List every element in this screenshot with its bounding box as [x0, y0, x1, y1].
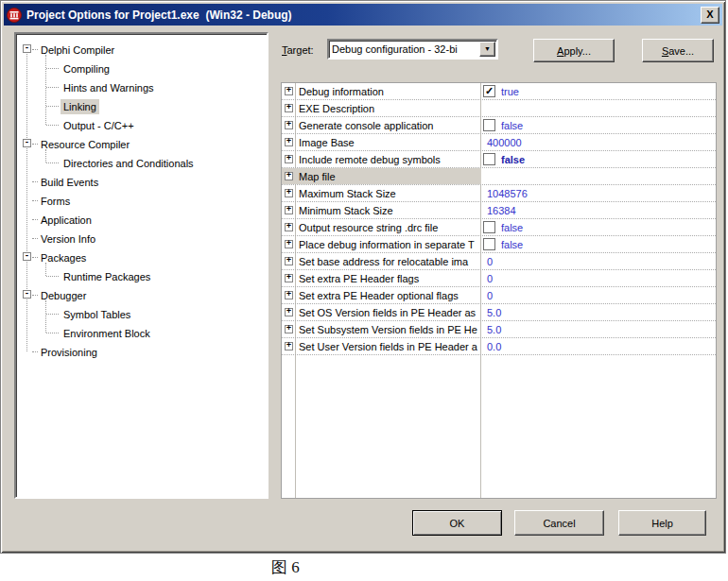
- grid-row-output-resource-string-drc-file[interactable]: +Output resource string .drc filefalse: [282, 219, 716, 236]
- grid-row-map-file[interactable]: +Map fileDetailed▼: [282, 168, 716, 185]
- grid-row-set-extra-pe-header-flags[interactable]: +Set extra PE Header flags0: [282, 270, 716, 287]
- property-value[interactable]: 0.0: [481, 338, 716, 354]
- apply-button[interactable]: Apply...: [533, 39, 615, 62]
- tree-connector: [32, 144, 38, 145]
- tree-item-output-c-c[interactable]: Output - C/C++: [16, 115, 267, 134]
- expand-icon[interactable]: +: [285, 223, 293, 231]
- property-name: Set Subsystem Version fields in PE He: [296, 321, 481, 337]
- tree-item-environment-block[interactable]: Environment Block: [16, 323, 267, 342]
- grid-row-set-extra-pe-header-optional-flags[interactable]: +Set extra PE Header optional flags0: [282, 287, 716, 304]
- tree-item-debugger[interactable]: -Debugger: [16, 285, 267, 304]
- property-value[interactable]: [481, 100, 716, 116]
- grid-row-set-user-version-fields-in-pe-header-a[interactable]: +Set User Version fields in PE Header a0…: [282, 338, 716, 355]
- tree-item-symbol-tables[interactable]: Symbol Tables: [16, 304, 267, 323]
- tree-item-compiling[interactable]: Compiling: [16, 59, 267, 77]
- expand-icon[interactable]: +: [285, 121, 293, 129]
- expand-icon[interactable]: +: [285, 104, 293, 112]
- tree-item-label: Build Events: [38, 175, 101, 190]
- tree-item-delphi-compiler[interactable]: -Delphi Compiler: [16, 40, 267, 59]
- expand-icon[interactable]: +: [285, 274, 293, 282]
- tree-item-label: Symbol Tables: [61, 307, 133, 322]
- place-debug-information-in-separate-t-checkbox[interactable]: [483, 238, 495, 250]
- ok-button[interactable]: OK: [412, 510, 502, 536]
- value-text: false: [501, 239, 523, 250]
- tree-item-provisioning[interactable]: Provisioning: [16, 342, 267, 361]
- property-value[interactable]: 16384: [481, 202, 716, 218]
- tree-item-label: Linking: [61, 99, 99, 114]
- grid-row-set-subsystem-version-fields-in-pe-he[interactable]: +Set Subsystem Version fields in PE He5.…: [282, 321, 716, 338]
- property-value[interactable]: 5.0: [481, 304, 716, 320]
- titlebar[interactable]: Project Options for Project1.exe (Win32 …: [4, 4, 722, 26]
- expand-icon[interactable]: +: [285, 240, 293, 248]
- collapse-icon[interactable]: -: [23, 139, 31, 147]
- expand-icon[interactable]: +: [285, 291, 293, 299]
- property-value[interactable]: 1048576: [481, 185, 716, 201]
- property-value[interactable]: 400000: [481, 134, 716, 150]
- collapse-icon[interactable]: -: [23, 290, 31, 299]
- tree-item-application[interactable]: Application: [16, 210, 267, 229]
- tree-item-resource-compiler[interactable]: -Resource Compiler: [16, 134, 267, 153]
- cancel-button[interactable]: Cancel: [514, 510, 604, 536]
- target-dropdown-button[interactable]: ▼: [479, 42, 495, 57]
- expand-icon[interactable]: +: [285, 308, 293, 316]
- tree-item-version-info[interactable]: Version Info: [16, 229, 267, 248]
- grid-row-include-remote-debug-symbols[interactable]: +Include remote debug symbolsfalse: [282, 151, 716, 168]
- grid-row-set-os-version-fields-in-pe-header-as[interactable]: +Set OS Version fields in PE Header as5.…: [282, 304, 716, 321]
- collapse-icon[interactable]: -: [23, 252, 31, 261]
- expand-icon[interactable]: +: [285, 172, 293, 180]
- tree-item-directories-and-conditionals[interactable]: Directories and Conditionals: [16, 153, 267, 172]
- output-resource-string-drc-file-checkbox[interactable]: [483, 221, 495, 233]
- tree-connector: [46, 162, 59, 163]
- generate-console-application-checkbox[interactable]: [483, 119, 495, 131]
- property-value[interactable]: 5.0: [481, 321, 716, 337]
- tree-item-runtime-packages[interactable]: Runtime Packages: [16, 266, 267, 285]
- property-value[interactable]: 0: [481, 270, 716, 286]
- close-button[interactable]: X: [701, 7, 719, 24]
- expand-cell: +: [282, 134, 296, 150]
- collapse-icon[interactable]: -: [23, 44, 31, 53]
- grid-row-generate-console-application[interactable]: +Generate console applicationfalse: [282, 117, 716, 134]
- property-value[interactable]: ✓true: [481, 83, 716, 99]
- grid-row-place-debug-information-in-separate-t[interactable]: +Place debug information in separate Tfa…: [282, 236, 716, 253]
- include-remote-debug-symbols-checkbox[interactable]: [483, 153, 495, 165]
- options-tree[interactable]: -Delphi CompilerCompilingHints and Warni…: [14, 32, 269, 499]
- expand-cell: +: [282, 338, 296, 354]
- target-combobox[interactable]: Debug configuration - 32-bi ▼: [327, 39, 498, 60]
- property-value[interactable]: false: [481, 236, 716, 252]
- expand-cell: +: [282, 236, 296, 252]
- help-button[interactable]: Help: [618, 510, 706, 536]
- expand-icon[interactable]: +: [285, 342, 293, 350]
- tree-item-forms[interactable]: Forms: [16, 191, 267, 210]
- grid-row-exe-description[interactable]: +EXE Description: [282, 100, 716, 117]
- tree-connector: [46, 68, 59, 69]
- expand-icon[interactable]: +: [285, 257, 293, 265]
- property-value[interactable]: false: [481, 151, 716, 167]
- grid-row-image-base[interactable]: +Image Base400000: [282, 134, 716, 151]
- tree-connector: [46, 125, 59, 126]
- expand-icon[interactable]: +: [285, 155, 293, 163]
- expand-icon[interactable]: +: [285, 325, 293, 333]
- grid-row-maximum-stack-size[interactable]: +Maximum Stack Size1048576: [282, 185, 716, 202]
- grid-row-debug-information[interactable]: +Debug information✓true: [282, 83, 716, 100]
- property-value[interactable]: 0: [481, 253, 716, 269]
- tree-item-packages[interactable]: -Packages: [16, 248, 267, 266]
- tree-connector: [46, 87, 59, 88]
- chevron-down-icon: ▼: [484, 45, 491, 52]
- tree-item-linking[interactable]: Linking: [16, 96, 267, 115]
- grid-row-minimum-stack-size[interactable]: +Minimum Stack Size16384: [282, 202, 716, 219]
- expand-icon[interactable]: +: [285, 189, 293, 197]
- close-icon: X: [706, 9, 713, 20]
- tree-item-build-events[interactable]: Build Events: [16, 172, 267, 191]
- tree-item-hints-and-warnings[interactable]: Hints and Warnings: [16, 77, 267, 96]
- expand-icon[interactable]: +: [285, 206, 293, 214]
- tree-connector: [46, 333, 59, 333]
- expand-icon[interactable]: +: [285, 138, 293, 146]
- expand-icon[interactable]: +: [285, 87, 293, 95]
- property-value[interactable]: false: [481, 219, 716, 235]
- save-button[interactable]: Save...: [642, 39, 714, 62]
- property-value[interactable]: 0: [481, 287, 716, 303]
- property-grid[interactable]: +Debug information✓true+EXE Description+…: [281, 82, 717, 499]
- grid-row-set-base-address-for-relocatable-ima[interactable]: +Set base address for relocatable ima0: [282, 253, 716, 270]
- property-value[interactable]: false: [481, 117, 716, 133]
- debug-information-checkbox[interactable]: ✓: [483, 85, 495, 97]
